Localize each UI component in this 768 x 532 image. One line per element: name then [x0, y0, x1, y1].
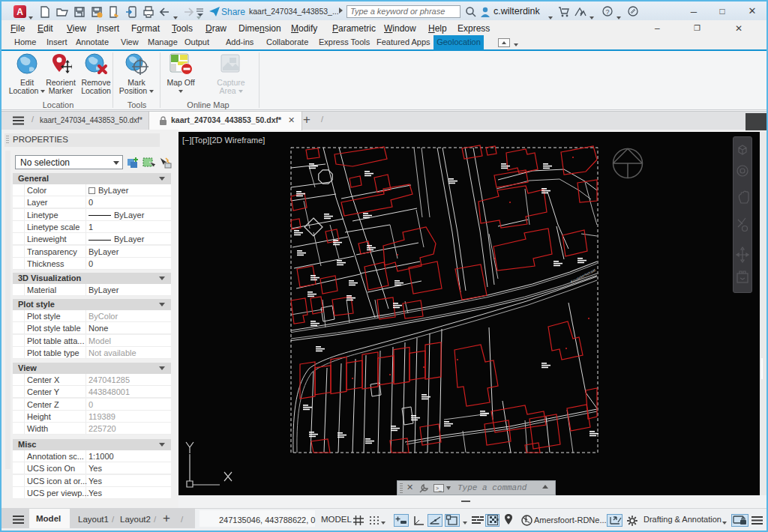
svg-text:?: ?	[605, 8, 609, 16]
svg-text:A: A	[16, 7, 23, 17]
